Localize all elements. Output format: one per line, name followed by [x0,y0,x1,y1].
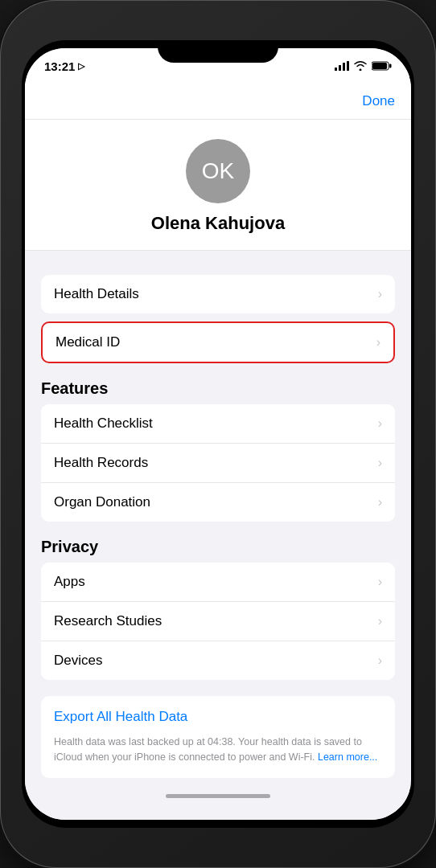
spacer-3 [25,680,411,696]
avatar-initials: OK [202,158,234,184]
health-checklist-label: Health Checklist [54,416,153,432]
organ-donation-item[interactable]: Organ Donation › [41,483,395,522]
export-section: Export All Health Data Health data was l… [41,696,395,778]
health-checklist-chevron: › [378,416,382,431]
status-time: 13:21 ▷ [44,59,84,73]
content-area: Done OK Olena Kahujova Health Details › [25,84,411,820]
export-button[interactable]: Export All Health Data [54,709,382,725]
status-icons [335,61,392,71]
svg-rect-6 [389,64,392,68]
svg-rect-1 [339,65,341,71]
svg-rect-5 [372,63,387,69]
health-checklist-item[interactable]: Health Checklist › [41,404,395,444]
privacy-list: Apps › Research Studies › Devices › [41,563,395,680]
organ-donation-label: Organ Donation [54,494,150,510]
privacy-title: Privacy [41,538,98,555]
health-records-label: Health Records [54,455,148,471]
notch [158,40,278,63]
time-label: 13:21 [44,59,75,73]
signal-icon [335,61,349,71]
svg-rect-0 [335,68,337,71]
health-details-item[interactable]: Health Details › [41,275,395,313]
home-indicator-container [25,794,411,808]
features-title: Features [41,379,108,397]
health-details-label: Health Details [54,286,139,302]
learn-more-link[interactable]: Learn more... [318,751,377,763]
research-studies-item[interactable]: Research Studies › [41,602,395,641]
phone-frame: 13:21 ▷ [0,0,436,868]
devices-item[interactable]: Devices › [41,641,395,680]
medical-id-chevron: › [376,335,380,350]
export-note: Health data was last backed up at 04:38.… [54,735,382,765]
apps-chevron: › [378,575,382,589]
apps-item[interactable]: Apps › [41,563,395,602]
location-icon: ▷ [78,61,84,72]
export-note-text: Health data was last backed up at 04:38.… [54,736,362,763]
devices-label: Devices [54,653,102,669]
svg-rect-3 [347,61,349,71]
svg-rect-2 [343,63,345,71]
medical-id-item[interactable]: Medical ID › [41,321,395,363]
spacer-2 [25,313,411,321]
health-details-chevron: › [378,287,382,301]
done-button[interactable]: Done [362,93,395,109]
research-studies-label: Research Studies [54,613,162,629]
features-header: Features [25,363,411,404]
research-studies-chevron: › [378,614,382,628]
phone-screen-container: 13:21 ▷ [22,40,414,828]
apps-label: Apps [54,574,85,590]
home-indicator [166,794,270,798]
devices-chevron: › [378,653,382,668]
spacer-1 [25,251,411,275]
top-bar: Done [25,84,411,120]
wifi-icon [354,61,367,71]
bottom-spacer [25,778,411,794]
medical-id-label: Medical ID [56,334,120,350]
features-list: Health Checklist › Health Records › Orga… [41,404,395,522]
privacy-header: Privacy [25,522,411,563]
health-records-item[interactable]: Health Records › [41,444,395,483]
profile-section: OK Olena Kahujova [25,120,411,251]
profile-name: Olena Kahujova [151,213,285,234]
screen: 13:21 ▷ [25,48,411,820]
avatar: OK [186,139,250,203]
health-records-chevron: › [378,456,382,470]
organ-donation-chevron: › [378,495,382,510]
battery-icon [372,61,392,71]
